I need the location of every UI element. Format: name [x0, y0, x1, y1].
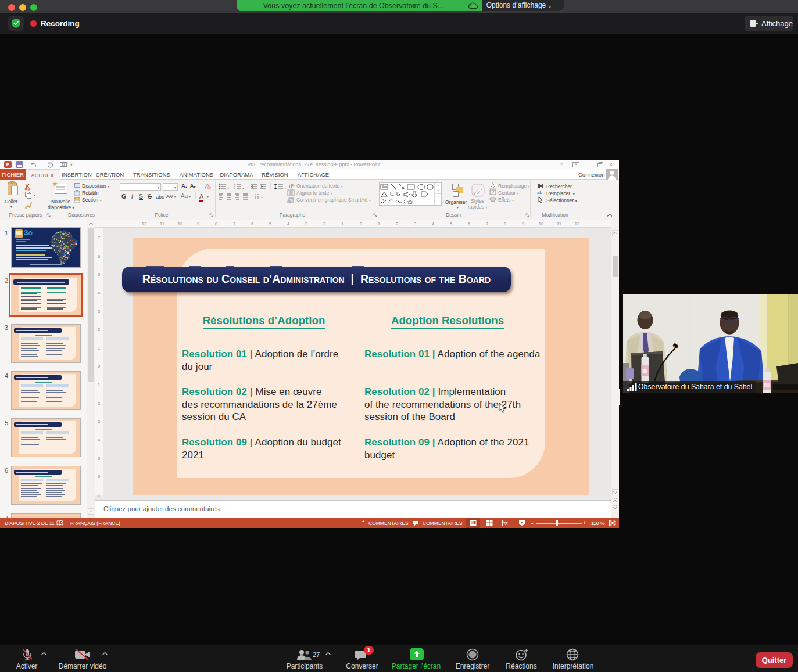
svg-text:▾: ▾ [242, 186, 244, 190]
svg-text:▾: ▾ [261, 196, 263, 199]
svg-text:▾: ▾ [284, 186, 286, 190]
svg-text:A: A [292, 183, 295, 187]
svg-text:▾: ▾ [227, 186, 229, 190]
